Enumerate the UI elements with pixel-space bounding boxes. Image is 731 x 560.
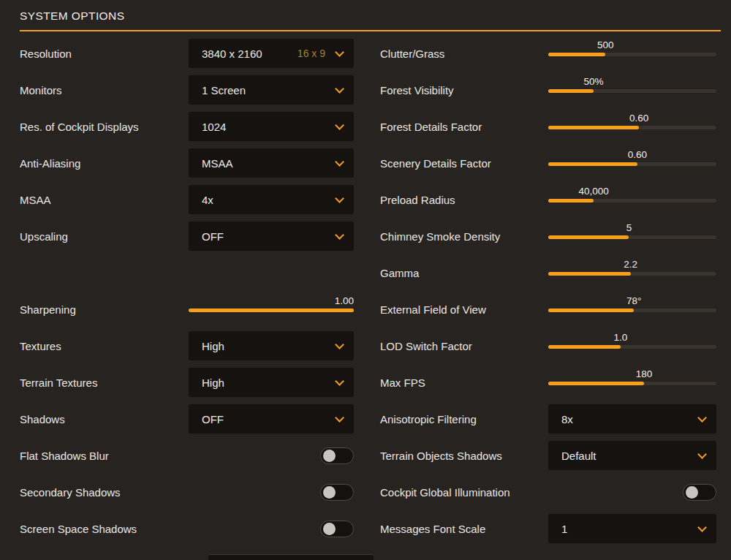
slider-lod-switch-factor[interactable]: 1.0 xyxy=(548,332,716,360)
setting-label: Chimney Smoke Density xyxy=(380,230,548,243)
slider-max-fps[interactable]: 180 xyxy=(548,368,716,396)
slider-sharpening[interactable]: 1.00 xyxy=(189,295,354,323)
setting-label: Flat Shadows Blur xyxy=(20,450,189,462)
slider-chimney-smoke-density[interactable]: 5 xyxy=(548,222,716,250)
setting-control: High xyxy=(189,368,354,397)
dropdown-res-of-cockpit-displays[interactable]: 1024 xyxy=(189,112,354,141)
toggle-screen-space-shadows[interactable] xyxy=(320,521,354,537)
settings-row: Monitors1 Screen xyxy=(0,72,366,108)
chevron-down-icon[interactable] xyxy=(697,413,707,423)
dropdown-msaa[interactable]: 4x xyxy=(189,185,354,214)
setting-control: 5 xyxy=(548,222,716,250)
chevron-down-icon[interactable] xyxy=(697,523,707,532)
header-divider xyxy=(20,30,721,31)
settings-row: Flat Shadows Blur xyxy=(0,437,366,474)
settings-row: Anti-AliasingMSAA xyxy=(0,145,366,181)
slider-fill xyxy=(548,126,639,129)
setting-control: 1.0 xyxy=(548,332,716,360)
slider-forest-visibility[interactable]: 50% xyxy=(548,76,716,104)
chevron-down-icon[interactable] xyxy=(335,377,344,386)
setting-label: Anti-Aliasing xyxy=(20,157,189,170)
setting-control: 2.2 xyxy=(548,259,716,287)
chevron-down-icon[interactable] xyxy=(335,84,344,94)
setting-control: 1024 xyxy=(189,112,354,141)
slider-value: 50% xyxy=(584,76,604,87)
dropdown-resolution[interactable]: 3840 x 216016 x 9 xyxy=(189,39,354,68)
dropdown-value: 8x xyxy=(561,413,573,425)
slider-preload-radius[interactable]: 40,000 xyxy=(548,186,716,213)
settings-row: LOD Switch Factor1.0 xyxy=(366,328,731,364)
dropdown-monitors[interactable]: 1 Screen xyxy=(189,75,354,105)
setting-control: 50% xyxy=(548,76,716,104)
toggle-flat-shadows-blur[interactable] xyxy=(320,447,354,464)
settings-row xyxy=(0,254,366,291)
chevron-down-icon[interactable] xyxy=(335,121,344,130)
settings-row: Anisotropic Filtering8x xyxy=(366,401,731,437)
dropdown-textures[interactable]: High xyxy=(189,331,354,360)
setting-control: MSAA xyxy=(189,148,354,178)
settings-row: Gamma2.2 xyxy=(366,254,731,291)
slider-value: 5 xyxy=(626,222,632,233)
settings-row: MSAA4x xyxy=(0,181,366,218)
left-column: Resolution3840 x 216016 x 9Monitors1 Scr… xyxy=(0,35,366,547)
right-column: Clutter/Grass500Forest Visibility50%Fore… xyxy=(366,35,731,547)
settings-row: External Field of View78° xyxy=(366,291,731,328)
setting-label: Clutter/Grass xyxy=(380,48,548,60)
setting-label: Resolution xyxy=(20,48,189,60)
slider-forest-details-factor[interactable]: 0.60 xyxy=(548,113,716,140)
setting-label: Monitors xyxy=(20,84,189,97)
setting-control: 78° xyxy=(548,295,716,323)
slider-value: 1.0 xyxy=(614,332,628,343)
slider-value: 0.60 xyxy=(628,149,647,160)
toggle-secondary-shadows[interactable] xyxy=(320,484,354,501)
dropdown-value: Default xyxy=(561,450,596,462)
chevron-down-icon[interactable] xyxy=(335,194,344,203)
setting-control xyxy=(189,447,354,464)
slider-fill xyxy=(548,89,594,93)
setting-control xyxy=(189,521,354,537)
slider-clutter-grass[interactable]: 500 xyxy=(548,39,716,67)
settings-row: Chimney Smoke Density5 xyxy=(366,218,731,254)
setting-label: LOD Switch Factor xyxy=(380,340,548,352)
chevron-down-icon[interactable] xyxy=(335,48,344,57)
slider-external-field-of-view[interactable]: 78° xyxy=(548,295,716,323)
setting-label: Max FPS xyxy=(380,377,548,389)
chevron-down-icon[interactable] xyxy=(335,413,344,423)
settings-row: Forest Visibility50% xyxy=(366,72,731,108)
toggle-knob xyxy=(323,523,336,535)
chevron-down-icon[interactable] xyxy=(697,450,707,459)
dropdown-shadows[interactable]: OFF xyxy=(189,404,354,434)
dropdown-anti-aliasing[interactable]: MSAA xyxy=(189,148,354,178)
dropdown-terrain-objects-shadows[interactable]: Default xyxy=(548,441,716,470)
setting-label: Upscaling xyxy=(20,230,189,243)
chevron-down-icon[interactable] xyxy=(335,157,344,167)
dropdown-messages-font-scale[interactable]: 1 xyxy=(548,514,716,543)
slider-gamma[interactable]: 2.2 xyxy=(548,259,716,287)
slider-fill xyxy=(548,382,644,385)
setting-label: Sharpening xyxy=(20,303,189,316)
toggle-cockpit-global-illumination[interactable] xyxy=(683,484,716,501)
slider-value: 2.2 xyxy=(624,259,637,270)
settings-row: Clutter/Grass500 xyxy=(366,35,731,72)
settings-row: Preload Radius40,000 xyxy=(366,181,731,218)
slider-value: 40,000 xyxy=(578,186,608,197)
dropdown-anisotropic-filtering[interactable]: 8x xyxy=(548,404,716,434)
settings-columns: Resolution3840 x 216016 x 9Monitors1 Scr… xyxy=(0,35,731,547)
settings-row: Res. of Cockpit Displays1024 xyxy=(0,108,366,145)
settings-row: Screen Space Shadows xyxy=(0,510,366,547)
setting-control: 500 xyxy=(548,39,716,67)
dropdown-terrain-textures[interactable]: High xyxy=(189,368,354,397)
settings-row: Messages Font Scale1 xyxy=(366,510,731,547)
chevron-down-icon[interactable] xyxy=(335,230,344,240)
settings-row: Secondary Shadows xyxy=(0,474,366,510)
setting-control: 8x xyxy=(548,404,716,434)
slider-scenery-details-factor[interactable]: 0.60 xyxy=(548,149,716,177)
settings-row: Cockpit Global Illumination xyxy=(366,474,731,510)
setting-label: Gamma xyxy=(380,267,548,279)
dropdown-upscaling[interactable]: OFF xyxy=(189,222,354,251)
setting-control xyxy=(189,484,354,501)
settings-row: ShadowsOFF xyxy=(0,401,366,437)
setting-label: Res. of Cockpit Displays xyxy=(20,121,189,133)
chevron-down-icon[interactable] xyxy=(335,340,344,349)
dropdown-secondary-value: 16 x 9 xyxy=(298,48,336,59)
